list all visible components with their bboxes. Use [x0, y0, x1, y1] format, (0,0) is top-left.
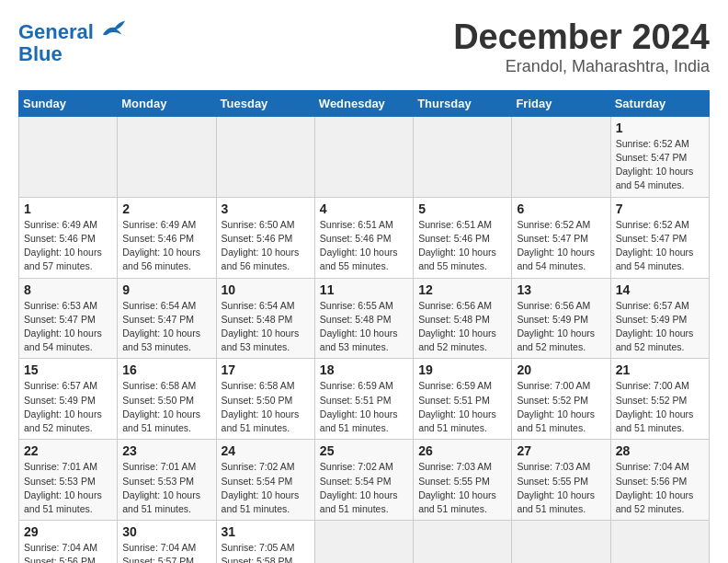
calendar-cell: 1Sunrise: 6:49 AMSunset: 5:46 PMDaylight… — [19, 197, 118, 278]
day-info: Sunrise: 6:59 AMSunset: 5:51 PMDaylight:… — [418, 379, 506, 435]
day-info: Sunrise: 6:53 AMSunset: 5:47 PMDaylight:… — [24, 299, 112, 355]
calendar-cell — [610, 521, 709, 563]
day-info: Sunrise: 6:58 AMSunset: 5:50 PMDaylight:… — [222, 379, 310, 435]
day-number: 17 — [222, 362, 310, 377]
day-number: 6 — [517, 201, 605, 216]
calendar-cell: 3Sunrise: 6:50 AMSunset: 5:46 PMDaylight… — [216, 197, 314, 278]
calendar-header-row: SundayMondayTuesdayWednesdayThursdayFrid… — [19, 90, 710, 116]
day-info: Sunrise: 7:04 AMSunset: 5:56 PMDaylight:… — [24, 541, 112, 563]
calendar-cell: 6Sunrise: 6:52 AMSunset: 5:47 PMDaylight… — [512, 197, 610, 278]
calendar-week-2: 1Sunrise: 6:49 AMSunset: 5:46 PMDaylight… — [19, 197, 710, 278]
calendar-cell: 16Sunrise: 6:58 AMSunset: 5:50 PMDayligh… — [118, 359, 216, 440]
day-info: Sunrise: 6:56 AMSunset: 5:48 PMDaylight:… — [418, 299, 506, 355]
day-number: 16 — [122, 362, 210, 377]
day-number: 13 — [517, 282, 605, 297]
day-info: Sunrise: 7:04 AMSunset: 5:56 PMDaylight:… — [616, 460, 704, 516]
calendar-cell: 15Sunrise: 6:57 AMSunset: 5:49 PMDayligh… — [19, 359, 118, 440]
day-info: Sunrise: 6:49 AMSunset: 5:46 PMDaylight:… — [24, 218, 112, 274]
day-info: Sunrise: 6:49 AMSunset: 5:46 PMDaylight:… — [122, 218, 210, 274]
calendar-cell — [118, 116, 216, 197]
calendar-cell: 1Sunrise: 6:52 AMSunset: 5:47 PMDaylight… — [610, 116, 709, 197]
day-info: Sunrise: 6:55 AMSunset: 5:48 PMDaylight:… — [320, 299, 408, 355]
day-number: 27 — [517, 443, 605, 458]
day-header-monday: Monday — [118, 90, 216, 116]
day-number: 12 — [418, 282, 506, 297]
day-number: 5 — [418, 201, 506, 216]
calendar-cell: 8Sunrise: 6:53 AMSunset: 5:47 PMDaylight… — [19, 278, 118, 359]
calendar-cell: 23Sunrise: 7:01 AMSunset: 5:53 PMDayligh… — [118, 440, 216, 521]
day-info: Sunrise: 6:52 AMSunset: 5:47 PMDaylight:… — [616, 137, 704, 193]
calendar-cell: 20Sunrise: 7:00 AMSunset: 5:52 PMDayligh… — [512, 359, 610, 440]
calendar-cell — [512, 521, 610, 563]
calendar-cell: 21Sunrise: 7:00 AMSunset: 5:52 PMDayligh… — [610, 359, 709, 440]
day-number: 9 — [122, 282, 210, 297]
day-number: 23 — [122, 443, 210, 458]
day-info: Sunrise: 7:01 AMSunset: 5:53 PMDaylight:… — [24, 460, 112, 516]
calendar-cell: 30Sunrise: 7:04 AMSunset: 5:57 PMDayligh… — [118, 521, 216, 563]
calendar-cell: 27Sunrise: 7:03 AMSunset: 5:55 PMDayligh… — [512, 440, 610, 521]
day-number: 15 — [24, 362, 112, 377]
calendar-week-1: 1Sunrise: 6:52 AMSunset: 5:47 PMDaylight… — [19, 116, 710, 197]
calendar-cell: 24Sunrise: 7:02 AMSunset: 5:54 PMDayligh… — [216, 440, 314, 521]
calendar-week-3: 8Sunrise: 6:53 AMSunset: 5:47 PMDaylight… — [19, 278, 710, 359]
day-info: Sunrise: 7:04 AMSunset: 5:57 PMDaylight:… — [122, 541, 210, 563]
day-number: 2 — [122, 201, 210, 216]
day-number: 20 — [517, 362, 605, 377]
day-number: 4 — [320, 201, 408, 216]
day-header-wednesday: Wednesday — [314, 90, 413, 116]
day-number: 25 — [320, 443, 408, 458]
calendar-cell: 13Sunrise: 6:56 AMSunset: 5:49 PMDayligh… — [512, 278, 610, 359]
calendar-cell: 25Sunrise: 7:02 AMSunset: 5:54 PMDayligh… — [314, 440, 413, 521]
calendar-week-5: 22Sunrise: 7:01 AMSunset: 5:53 PMDayligh… — [19, 440, 710, 521]
calendar-cell: 4Sunrise: 6:51 AMSunset: 5:46 PMDaylight… — [314, 197, 413, 278]
day-info: Sunrise: 6:56 AMSunset: 5:49 PMDaylight:… — [517, 299, 605, 355]
calendar-cell: 10Sunrise: 6:54 AMSunset: 5:48 PMDayligh… — [216, 278, 314, 359]
day-info: Sunrise: 6:52 AMSunset: 5:47 PMDaylight:… — [616, 218, 704, 274]
day-info: Sunrise: 7:05 AMSunset: 5:58 PMDaylight:… — [222, 541, 310, 563]
month-title: December 2024 — [453, 18, 710, 57]
logo-blue-text: Blue — [18, 43, 129, 65]
day-header-sunday: Sunday — [19, 90, 118, 116]
day-info: Sunrise: 7:01 AMSunset: 5:53 PMDaylight:… — [122, 460, 210, 516]
calendar-cell: 28Sunrise: 7:04 AMSunset: 5:56 PMDayligh… — [610, 440, 709, 521]
day-header-friday: Friday — [512, 90, 610, 116]
day-number: 18 — [320, 362, 408, 377]
calendar-cell — [19, 116, 118, 197]
day-info: Sunrise: 6:57 AMSunset: 5:49 PMDaylight:… — [24, 379, 112, 435]
day-number: 29 — [24, 524, 112, 539]
day-number: 3 — [222, 201, 310, 216]
calendar-cell: 9Sunrise: 6:54 AMSunset: 5:47 PMDaylight… — [118, 278, 216, 359]
calendar-cell: 18Sunrise: 6:59 AMSunset: 5:51 PMDayligh… — [314, 359, 413, 440]
day-number: 24 — [222, 443, 310, 458]
calendar-cell: 26Sunrise: 7:03 AMSunset: 5:55 PMDayligh… — [414, 440, 512, 521]
calendar-cell — [512, 116, 610, 197]
day-info: Sunrise: 6:57 AMSunset: 5:49 PMDaylight:… — [616, 299, 704, 355]
calendar-cell — [414, 116, 512, 197]
day-number: 8 — [24, 282, 112, 297]
calendar-cell: 11Sunrise: 6:55 AMSunset: 5:48 PMDayligh… — [314, 278, 413, 359]
day-number: 7 — [616, 201, 704, 216]
day-number: 10 — [222, 282, 310, 297]
day-number: 21 — [616, 362, 704, 377]
calendar-cell: 31Sunrise: 7:05 AMSunset: 5:58 PMDayligh… — [216, 521, 314, 563]
day-number: 1 — [616, 121, 704, 135]
calendar-cell: 14Sunrise: 6:57 AMSunset: 5:49 PMDayligh… — [610, 278, 709, 359]
day-number: 28 — [616, 443, 704, 458]
calendar-cell — [216, 116, 314, 197]
day-info: Sunrise: 6:52 AMSunset: 5:47 PMDaylight:… — [517, 218, 605, 274]
title-block: December 2024 Erandol, Maharashtra, Indi… — [453, 18, 710, 76]
calendar-cell: 2Sunrise: 6:49 AMSunset: 5:46 PMDaylight… — [118, 197, 216, 278]
day-info: Sunrise: 7:00 AMSunset: 5:52 PMDaylight:… — [517, 379, 605, 435]
day-header-saturday: Saturday — [610, 90, 709, 116]
calendar-cell: 29Sunrise: 7:04 AMSunset: 5:56 PMDayligh… — [19, 521, 118, 563]
calendar-cell: 7Sunrise: 6:52 AMSunset: 5:47 PMDaylight… — [610, 197, 709, 278]
page-header: General Blue December 2024 Erandol, Maha… — [18, 18, 710, 76]
day-number: 11 — [320, 282, 408, 297]
day-number: 31 — [222, 524, 310, 539]
calendar-cell — [314, 116, 413, 197]
day-number: 26 — [418, 443, 506, 458]
day-number: 30 — [122, 524, 210, 539]
calendar-cell: 22Sunrise: 7:01 AMSunset: 5:53 PMDayligh… — [19, 440, 118, 521]
day-info: Sunrise: 6:54 AMSunset: 5:47 PMDaylight:… — [122, 299, 210, 355]
day-info: Sunrise: 6:54 AMSunset: 5:48 PMDaylight:… — [222, 299, 310, 355]
